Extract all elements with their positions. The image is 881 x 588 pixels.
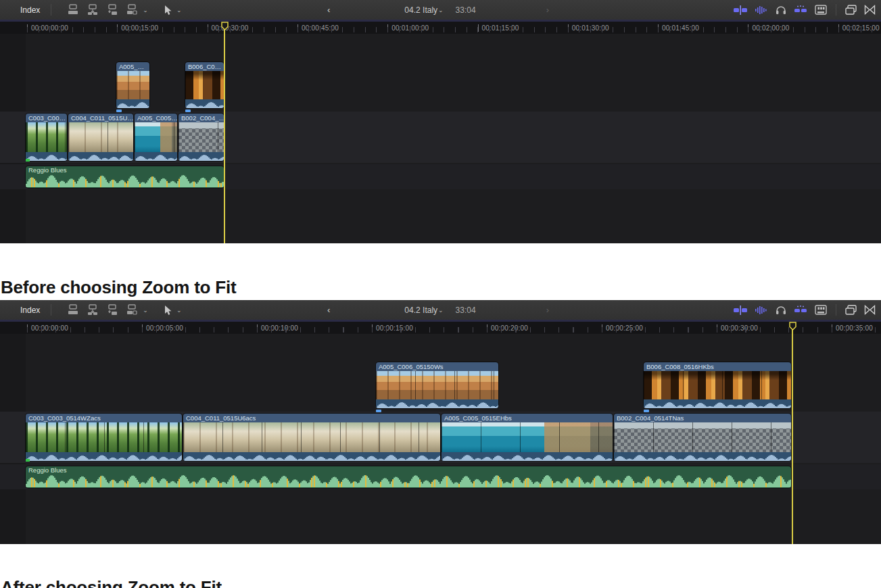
clip-audio-waveform bbox=[68, 152, 133, 161]
next-project-button[interactable]: › bbox=[542, 4, 553, 16]
toolbar-right-group bbox=[734, 0, 876, 20]
clip-appearance-icon[interactable] bbox=[815, 5, 827, 15]
append-clip-icon[interactable] bbox=[105, 4, 119, 16]
insert-clip-icon[interactable] bbox=[86, 304, 99, 316]
clip-audio-waveform bbox=[26, 152, 67, 161]
snapping-icon[interactable] bbox=[794, 5, 807, 15]
connect-clip-icon[interactable] bbox=[66, 304, 80, 316]
ruler-timecode: 00:00:15:00 bbox=[117, 22, 158, 34]
clip-filmstrip bbox=[68, 122, 133, 152]
timeline-panel-after: Index ⌄ ⌄ bbox=[0, 300, 881, 544]
select-tool-icon[interactable] bbox=[163, 5, 172, 16]
previous-project-button[interactable]: ‹ bbox=[323, 304, 334, 316]
clip-filmstrip bbox=[178, 122, 224, 152]
clip-name: C004_C011_0515U6acs bbox=[183, 414, 440, 422]
index-button[interactable]: Index bbox=[16, 5, 44, 15]
timeline-ruler[interactable]: 00:00:00:0000:00:05:0000:00:10:0000:00:1… bbox=[0, 322, 881, 334]
overwrite-clip-icon[interactable] bbox=[125, 304, 139, 316]
clip-filmstrip bbox=[135, 122, 177, 152]
ruler-timecode: 00:00:05:00 bbox=[142, 322, 183, 334]
clip-a005-c006-05150ws[interactable]: A005_C006_05150Ws bbox=[376, 362, 498, 408]
ruler-timecode: 00:01:30:00 bbox=[568, 22, 609, 34]
skimming-icon[interactable] bbox=[734, 5, 747, 15]
toolbar-left-group: Index ⌄ ⌄ bbox=[16, 300, 181, 320]
playhead-handle-icon[interactable] bbox=[789, 321, 796, 333]
project-info: 04.2 Italy ⌄ 33:04 bbox=[400, 305, 475, 316]
previous-project-button[interactable]: ‹ bbox=[323, 4, 334, 16]
caption-before: Before choosing Zoom to Fit bbox=[1, 277, 236, 298]
clip-a005-c005-0515ehbs[interactable]: A005_C005_0515EHbs bbox=[442, 414, 613, 461]
timeline-ruler[interactable]: 00:00:00:0000:00:15:0000:00:30:0000:00:4… bbox=[0, 22, 881, 34]
clip-filmstrip bbox=[116, 71, 149, 99]
solo-icon[interactable] bbox=[776, 5, 786, 15]
clip-name: A005_C005… bbox=[135, 114, 177, 122]
append-clip-icon[interactable] bbox=[105, 304, 119, 316]
clip-b006-c008-0516hkbs[interactable]: B006_C008_0516HKbs bbox=[644, 362, 791, 408]
clip-a005[interactable]: A005_… bbox=[116, 62, 149, 108]
clip-reggio-blues[interactable]: Reggio Blues bbox=[26, 466, 791, 488]
clip-b006-c0[interactable]: B006_C0… bbox=[185, 62, 224, 108]
overwrite-clip-icon[interactable] bbox=[125, 4, 139, 16]
clip-audio-waveform bbox=[614, 452, 791, 461]
project-chevron-icon: ⌄ bbox=[438, 307, 444, 314]
solo-icon[interactable] bbox=[776, 305, 786, 315]
clip-c004-c011-0515u[interactable]: C004_C011_0515U… bbox=[68, 114, 133, 161]
tool-group: ⌄ bbox=[163, 305, 182, 316]
clip-audio-waveform bbox=[644, 399, 791, 408]
clip-b002-c004[interactable]: B002_C004_… bbox=[178, 114, 224, 161]
toolbar-divider bbox=[836, 4, 836, 16]
clip-audio-waveform bbox=[26, 452, 182, 461]
next-project-button[interactable]: › bbox=[542, 304, 553, 316]
playhead[interactable] bbox=[792, 329, 793, 544]
edit-tools-chevron-icon[interactable]: ⌄ bbox=[143, 7, 148, 14]
clip-c003-c003-0514wzacs[interactable]: C003_C003_0514WZacs bbox=[26, 414, 182, 461]
timeline-panel-before: Index ⌄ ⌄ bbox=[0, 0, 881, 243]
clip-name: A005_C006_05150Ws bbox=[376, 362, 498, 371]
clip-name: C003_C00… bbox=[26, 114, 67, 122]
connect-clip-icon[interactable] bbox=[66, 4, 80, 16]
toolbar-divider bbox=[51, 304, 51, 316]
clip-b002-c004-0514tnas[interactable]: B002_C004_0514TNas bbox=[614, 414, 791, 461]
tool-menu-chevron-icon[interactable]: ⌄ bbox=[176, 307, 182, 314]
timeline-toolbar: Index ⌄ ⌄ bbox=[0, 300, 881, 322]
transitions-browser-icon[interactable] bbox=[864, 305, 876, 315]
ruler-timecode: 00:01:15:00 bbox=[478, 22, 519, 34]
clip-a005-c005[interactable]: A005_C005… bbox=[135, 114, 177, 161]
project-info: 04.2 Italy ⌄ 33:04 bbox=[400, 5, 475, 16]
effects-browser-icon[interactable] bbox=[845, 305, 857, 315]
clip-connection-marker bbox=[644, 410, 649, 412]
playhead-handle-icon[interactable] bbox=[221, 21, 229, 33]
snapping-icon[interactable] bbox=[794, 305, 807, 315]
clip-name: B006_C0… bbox=[185, 62, 224, 71]
clip-appearance-icon[interactable] bbox=[815, 305, 827, 315]
edit-tools-chevron-icon[interactable]: ⌄ bbox=[143, 307, 148, 314]
audio-skimming-icon[interactable] bbox=[755, 305, 768, 315]
tool-group: ⌄ bbox=[163, 5, 182, 16]
ruler-timecode: 00:00:20:00 bbox=[487, 322, 528, 334]
project-name-menu[interactable]: 04.2 Italy ⌄ bbox=[400, 305, 447, 316]
clip-connection-marker bbox=[376, 410, 381, 412]
skimming-icon[interactable] bbox=[734, 305, 747, 315]
transitions-browser-icon[interactable] bbox=[864, 5, 876, 15]
clip-audio-waveform bbox=[442, 452, 613, 461]
toolbar-divider bbox=[836, 304, 836, 316]
clip-name: A005_C005_0515EHbs bbox=[442, 414, 613, 422]
clip-c003-c00[interactable]: C003_C00… bbox=[26, 114, 67, 161]
clip-c004-c011-0515u6acs[interactable]: C004_C011_0515U6acs bbox=[183, 414, 440, 461]
insert-clip-icon[interactable] bbox=[86, 4, 99, 16]
audio-skimming-icon[interactable] bbox=[755, 5, 768, 15]
toolbar-right-group bbox=[734, 300, 876, 320]
project-name-menu[interactable]: 04.2 Italy ⌄ bbox=[400, 5, 447, 16]
timeline-tracks-area: A005_…B006_C0…C003_C00…C004_C011_0515U…A… bbox=[0, 34, 881, 243]
ruler-timecode: 00:00:25:00 bbox=[602, 322, 643, 334]
select-tool-icon[interactable] bbox=[163, 305, 172, 316]
clip-filmstrip bbox=[614, 422, 791, 452]
project-duration: 33:04 bbox=[456, 5, 476, 15]
clip-reggio-blues[interactable]: Reggio Blues bbox=[26, 166, 224, 188]
audio-waveform bbox=[26, 174, 224, 188]
audio-waveform bbox=[26, 474, 791, 488]
tool-menu-chevron-icon[interactable]: ⌄ bbox=[176, 7, 182, 14]
effects-browser-icon[interactable] bbox=[845, 5, 857, 15]
index-button[interactable]: Index bbox=[16, 305, 44, 315]
playhead[interactable] bbox=[224, 29, 225, 243]
